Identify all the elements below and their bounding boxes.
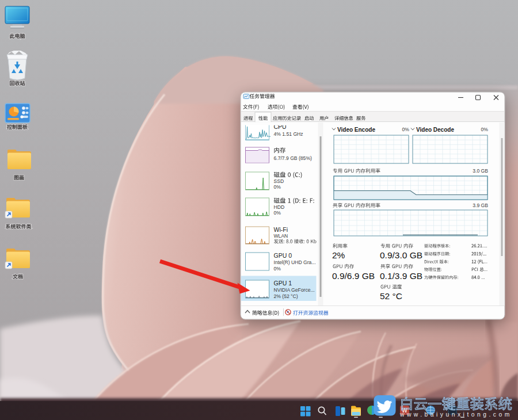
svg-text:0%: 0% — [274, 184, 281, 190]
svg-text:6.7/7.9 GB (85%): 6.7/7.9 GB (85%) — [274, 155, 313, 161]
svg-text:2%: 2% — [332, 250, 345, 260]
svg-text:2% (52 °C): 2% (52 °C) — [274, 293, 298, 299]
svg-text:0%: 0% — [402, 127, 410, 132]
svg-text:GPU 1: GPU 1 — [274, 280, 292, 287]
svg-text:WLAN: WLAN — [274, 233, 288, 239]
svg-text:0.9/3.0 GB: 0.9/3.0 GB — [380, 250, 422, 260]
svg-text:0.1/3.9 GB: 0.1/3.9 GB — [380, 271, 422, 281]
svg-text:4% 1.51 GHz: 4% 1.51 GHz — [274, 131, 303, 137]
svg-text:Intel(R) UHD Gra...: Intel(R) UHD Gra... — [274, 259, 316, 265]
svg-text:3.9 GB: 3.9 GB — [473, 203, 488, 208]
svg-text:NVIDIA GeForce...: NVIDIA GeForce... — [274, 287, 315, 293]
svg-text:0%: 0% — [481, 127, 489, 132]
svg-text:GPU 0: GPU 0 — [274, 252, 292, 259]
svg-text:Wi-Fi: Wi-Fi — [274, 226, 288, 233]
svg-text:0.9/6.9 GB: 0.9/6.9 GB — [332, 271, 375, 281]
svg-text:HDD: HDD — [274, 204, 285, 210]
svg-text:0%: 0% — [274, 210, 281, 216]
svg-text:52 °C: 52 °C — [380, 291, 402, 301]
svg-text:www.baiyunxitong.com: www.baiyunxitong.com — [399, 411, 512, 418]
svg-text:3.0 GB: 3.0 GB — [473, 168, 488, 174]
svg-text:Video Encode: Video Encode — [337, 127, 375, 133]
svg-text:SSD: SSD — [274, 178, 284, 184]
svg-text:Video Decode: Video Decode — [416, 127, 454, 133]
svg-text:0%: 0% — [274, 266, 281, 272]
